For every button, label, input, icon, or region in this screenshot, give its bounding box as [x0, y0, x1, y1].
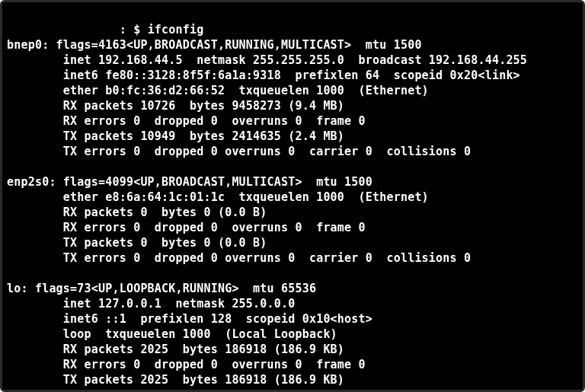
terminal-window[interactable]: : $ ifconfig bnep0: flags=4163<UP,BROADC… [0, 0, 585, 392]
ifconfig-output: bnep0: flags=4163<UP,BROADCAST,RUNNING,M… [7, 37, 577, 387]
prompt-line: : $ ifconfig [7, 23, 203, 37]
prompt-command: ifconfig [148, 23, 204, 37]
prompt-prefix: : $ [7, 23, 148, 37]
